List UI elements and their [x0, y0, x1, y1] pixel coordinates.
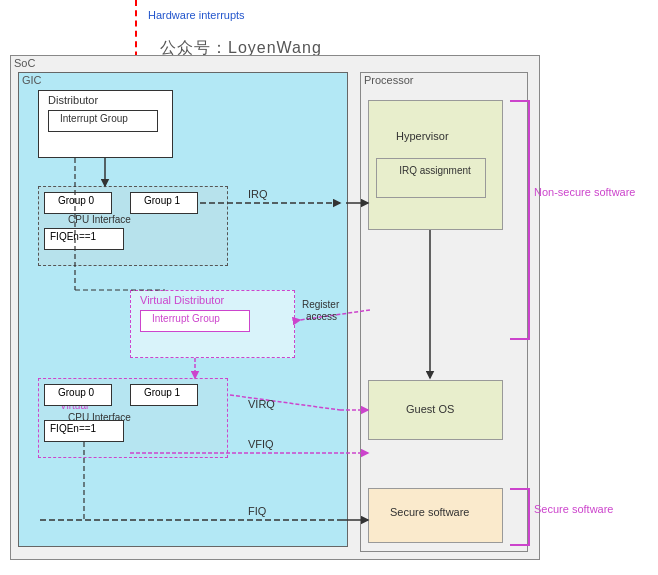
processor-label: Processor: [364, 74, 414, 86]
cpu-interface-label: CPU Interface: [68, 214, 131, 225]
guestos-label: Guest OS: [406, 403, 454, 415]
group0-top-label: Group 0: [58, 195, 94, 206]
secure-software-brace-label: Secure software: [534, 502, 613, 517]
interrupt-group-label: Interrupt Group: [60, 113, 128, 124]
diagram: Hardware interrupts 公众号：LoyenWang SoC GI…: [0, 0, 658, 575]
non-secure-brace: [510, 100, 530, 340]
hw-interrupts-label: Hardware interrupts: [148, 8, 245, 22]
vfiqen-label: FIQEn==1: [50, 423, 96, 434]
fiqen-top-label: FIQEn==1: [50, 231, 96, 242]
non-secure-label: Non-secure software: [534, 185, 636, 200]
gic-label: GIC: [22, 74, 42, 86]
distributor-label: Distributor: [48, 94, 98, 106]
soc-label: SoC: [14, 57, 35, 69]
irq-assign-box: [376, 158, 486, 198]
secure-brace: [510, 488, 530, 546]
secure-label: Secure software: [390, 505, 469, 519]
virt-interrupt-group-label: Interrupt Group: [152, 313, 220, 324]
hypervisor-label: Hypervisor: [396, 130, 449, 142]
irq-assign-label: IRQ assignment: [390, 165, 480, 176]
vgroup1-label: Group 1: [144, 387, 180, 398]
vgroup0-label: Group 0: [58, 387, 94, 398]
virt-dist-label: Virtual Distributor: [140, 294, 224, 306]
group1-top-label: Group 1: [144, 195, 180, 206]
